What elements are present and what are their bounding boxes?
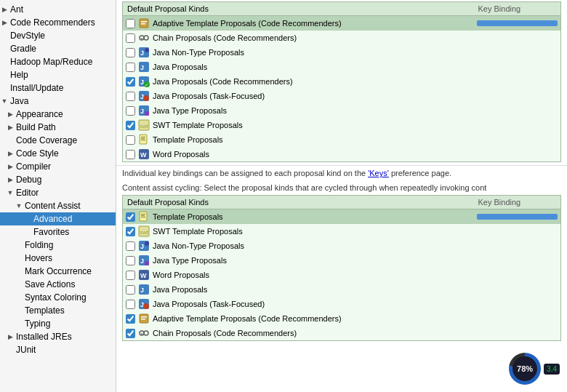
- proposal-cell: Template Proposals: [123, 209, 474, 225]
- key-binding-cell: [474, 239, 561, 253]
- java-type-icon: J: [138, 255, 150, 266]
- proposal-checkbox[interactable]: [126, 300, 135, 309]
- proposal-checkbox[interactable]: [126, 135, 135, 145]
- proposal-label: Chain Proposals (Code Recommenders): [153, 329, 297, 337]
- sidebar-item-mark-occurrence[interactable]: Mark Occurrence: [0, 265, 116, 278]
- sidebar-item-hovers[interactable]: Hovers: [0, 252, 116, 265]
- key-binding-bar: [477, 214, 558, 220]
- bottom-table-container: Default Proposal Kinds Key Binding Templ…: [116, 193, 567, 341]
- table-row: JJava Proposals: [123, 60, 561, 74]
- proposal-checkbox[interactable]: [126, 106, 135, 116]
- proposal-checkbox[interactable]: [126, 19, 135, 28]
- proposal-label: Java Proposals (Task-Focused): [153, 92, 265, 100]
- key-binding-cell: [474, 74, 561, 89]
- sidebar-item-junit[interactable]: JUnit: [0, 343, 116, 356]
- svg-rect-50: [141, 316, 147, 318]
- proposal-checkbox[interactable]: [126, 271, 135, 280]
- sidebar-item-label: JUnit: [15, 345, 36, 355]
- sidebar-item-label: Advanced: [32, 214, 72, 224]
- svg-point-48: [143, 303, 149, 309]
- word-icon: W: [138, 269, 150, 281]
- sidebar-item-content-assist[interactable]: ▼Content Assist: [0, 199, 116, 212]
- proposal-checkbox[interactable]: [126, 212, 135, 222]
- table-row: JJava Type Proposals: [123, 103, 561, 118]
- svg-rect-25: [141, 137, 145, 137]
- proposal-label: Adaptive Template Proposals (Code Recomm…: [153, 314, 342, 323]
- sidebar-item-build-path[interactable]: ▶Build Path: [0, 121, 116, 134]
- proposal-label: Java Type Proposals: [153, 106, 227, 115]
- sidebar-item-typing[interactable]: Typing: [0, 317, 116, 330]
- sidebar-item-ant[interactable]: ▶Ant: [0, 3, 116, 16]
- sidebar-item-devstyle[interactable]: DevStyle: [0, 29, 116, 42]
- circle-progress: 78%: [509, 353, 541, 385]
- proposal-checkbox[interactable]: [126, 329, 135, 338]
- proposal-label: Word Proposals: [153, 271, 209, 279]
- proposal-checkbox[interactable]: [126, 63, 135, 72]
- sidebar-item-label: Hovers: [23, 253, 52, 263]
- keys-link[interactable]: 'Keys': [368, 169, 389, 177]
- sidebar-item-label: Debug: [15, 175, 41, 185]
- sidebar-item-java[interactable]: ▼Java: [0, 95, 116, 108]
- proposal-label: Java Non-Type Proposals: [153, 241, 244, 250]
- arrow-icon: ▶: [6, 124, 15, 131]
- sidebar-item-hadoop-map-reduce[interactable]: Hadoop Map/Reduce: [0, 55, 116, 68]
- sidebar-item-gradle[interactable]: Gradle: [0, 42, 116, 55]
- proposal-checkbox[interactable]: [126, 227, 135, 236]
- proposal-checkbox[interactable]: [126, 92, 135, 101]
- sidebar-item-code-style[interactable]: ▶Code Style: [0, 147, 116, 160]
- sidebar-item-templates[interactable]: Templates: [0, 304, 116, 317]
- proposal-cell: WWord Proposals: [123, 147, 474, 162]
- sidebar-item-save-actions[interactable]: Save Actions: [0, 278, 116, 291]
- sidebar-item-debug[interactable]: ▶Debug: [0, 173, 116, 186]
- proposal-checkbox[interactable]: [126, 285, 135, 295]
- sidebar-item-help[interactable]: Help: [0, 68, 116, 81]
- arrow-icon: ▶: [6, 333, 15, 340]
- proposal-checkbox[interactable]: [126, 121, 135, 130]
- key-binding-cell: [474, 209, 561, 225]
- proposal-checkbox[interactable]: [126, 150, 135, 159]
- sidebar-item-label: Code Style: [15, 148, 59, 159]
- proposal-label: SWT Template Proposals: [153, 227, 243, 236]
- sidebar-item-appearance[interactable]: ▶Appearance: [0, 108, 116, 121]
- key-binding-cell: [474, 297, 561, 311]
- arrow-icon: ▼: [0, 97, 9, 105]
- svg-text:J: J: [140, 243, 144, 250]
- sidebar-item-installed-jres[interactable]: ▶Installed JREs: [0, 330, 116, 343]
- svg-text:swt: swt: [140, 123, 149, 129]
- key-binding-cell: [474, 147, 561, 162]
- svg-text:W: W: [140, 151, 147, 159]
- proposal-checkbox[interactable]: [126, 48, 135, 57]
- bottom-table-body: Template ProposalsswtSWT Template Propos…: [123, 209, 561, 341]
- sidebar-item-favorites[interactable]: Favorites: [0, 225, 116, 239]
- proposal-checkbox[interactable]: [126, 314, 135, 324]
- key-binding-cell: [474, 132, 561, 147]
- proposal-checkbox[interactable]: [126, 33, 135, 43]
- proposal-cell: JJava Proposals: [123, 60, 474, 74]
- key-binding-bar: [477, 20, 558, 26]
- sidebar-item-label: Ant: [9, 4, 23, 15]
- svg-rect-41: [145, 261, 149, 265]
- sidebar-item-syntax-coloring[interactable]: Syntax Coloring: [0, 291, 116, 304]
- sidebar-item-label: Editor: [15, 188, 39, 198]
- sidebar-item-editor[interactable]: ▼Editor: [0, 186, 116, 199]
- sidebar-item-code-coverage[interactable]: Code Coverage: [0, 134, 116, 147]
- key-binding-fill: [477, 214, 558, 220]
- sidebar-item-install-update[interactable]: Install/Update: [0, 81, 116, 95]
- proposal-checkbox[interactable]: [126, 77, 135, 87]
- svg-point-18: [143, 95, 149, 101]
- key-binding-cell: [474, 118, 561, 132]
- proposal-label: Java Non-Type Proposals: [153, 48, 244, 57]
- proposal-cell: JJava Type Proposals: [123, 103, 474, 118]
- sidebar-item-folding[interactable]: Folding: [0, 239, 116, 252]
- proposal-checkbox[interactable]: [126, 241, 135, 251]
- proposal-cell: JJava Type Proposals: [123, 253, 474, 268]
- arrow-icon: ▶: [6, 150, 15, 157]
- proposal-checkbox[interactable]: [126, 256, 135, 265]
- sidebar-item-code-recommenders[interactable]: ▶Code Recommenders: [0, 16, 116, 29]
- proposal-cell: swtSWT Template Proposals: [123, 118, 474, 132]
- sidebar-item-compiler[interactable]: ▶Compiler: [0, 160, 116, 173]
- chain-icon: ▶: [138, 32, 150, 44]
- arrow-icon: ▶: [6, 176, 15, 183]
- proposal-label: Java Proposals: [153, 63, 207, 71]
- sidebar-item-advanced[interactable]: Advanced: [0, 212, 116, 225]
